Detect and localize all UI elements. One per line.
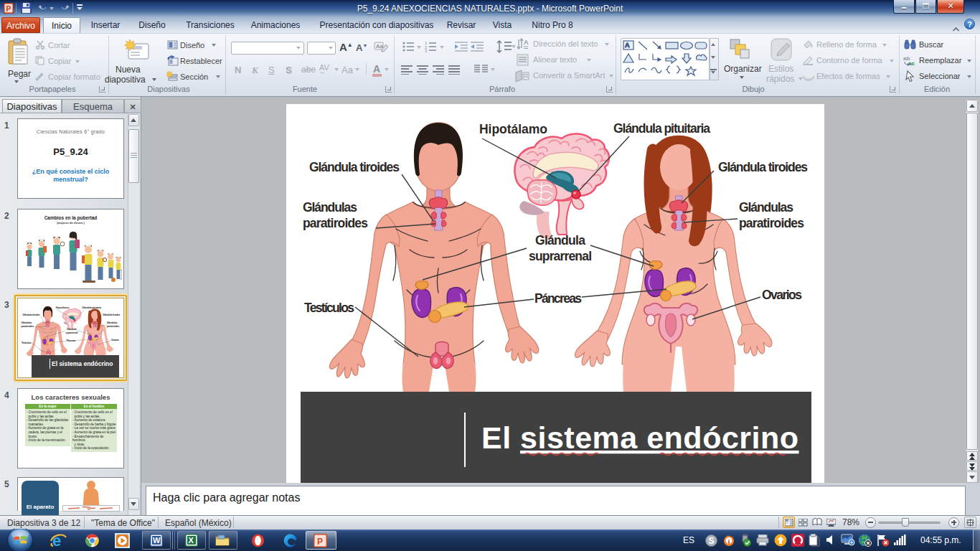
svg-text:W: W	[153, 536, 161, 545]
svg-text:A: A	[524, 39, 529, 46]
svg-text:El sistema endócrino: El sistema endócrino	[481, 420, 799, 455]
svg-text:A: A	[625, 42, 630, 49]
svg-text:3: 3	[425, 49, 428, 52]
svg-text:P: P	[6, 5, 11, 13]
svg-text:ac: ac	[908, 60, 915, 66]
svg-text:S: S	[709, 536, 715, 546]
svg-text:X: X	[189, 536, 194, 545]
svg-text:P: P	[317, 537, 323, 547]
